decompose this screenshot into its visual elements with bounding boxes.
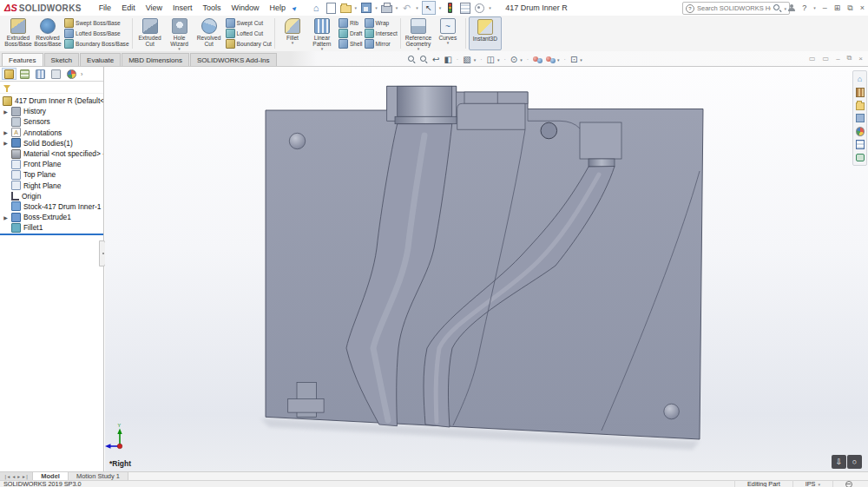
tab-propertymanager[interactable] bbox=[17, 68, 32, 80]
apply-scene-caret[interactable]: ▾ bbox=[557, 57, 560, 63]
instant3d-button[interactable]: Instant3D bbox=[469, 16, 502, 50]
lofted-cut-button[interactable]: Lofted Cut bbox=[226, 29, 272, 38]
help-dropdown-caret[interactable]: ▾ bbox=[813, 5, 816, 10]
fillet-button[interactable]: Fillet ▾ bbox=[278, 16, 307, 50]
search-box[interactable]: ? Search SOLIDWORKS Help ▾ bbox=[682, 2, 790, 15]
hole-wizard-button[interactable]: Hole Wizard ▾ bbox=[165, 16, 194, 50]
edit-appearance-button[interactable] bbox=[533, 56, 542, 63]
extruded-boss-base-button[interactable]: Extruded Boss/Base bbox=[3, 16, 33, 50]
wrap-button[interactable]: Wrap bbox=[365, 18, 398, 28]
design-library-icon[interactable] bbox=[856, 88, 865, 96]
menu-insert[interactable]: Insert bbox=[168, 0, 198, 16]
tree-item-sensors[interactable]: Sensors bbox=[0, 116, 103, 127]
menu-tools[interactable]: Tools bbox=[198, 0, 227, 16]
intersect-button[interactable]: Intersect bbox=[365, 29, 398, 38]
tab-motion-study-1[interactable]: Motion Study 1 bbox=[69, 472, 128, 480]
model-cross-boss-horizontal[interactable] bbox=[288, 399, 324, 413]
tree-filter-row[interactable] bbox=[0, 82, 103, 94]
tab-evaluate[interactable]: Evaluate bbox=[80, 53, 121, 66]
scroll-last-icon[interactable]: ▸❘ bbox=[23, 474, 29, 479]
section-view-button[interactable]: ◧ bbox=[444, 55, 451, 64]
revolved-cut-button[interactable]: Revolved Cut bbox=[194, 16, 224, 50]
tree-item-fillet1[interactable]: Fillet1 bbox=[0, 222, 103, 233]
view-orientation-button[interactable]: ▧ bbox=[463, 55, 470, 64]
close-button[interactable]: × bbox=[860, 3, 865, 12]
apply-scene-button[interactable] bbox=[546, 56, 555, 63]
model-plate-face[interactable] bbox=[266, 86, 703, 439]
extruded-cut-button[interactable]: Extruded Cut bbox=[135, 16, 165, 50]
open-dropdown-caret[interactable]: ▾ bbox=[355, 5, 358, 10]
display-style-button[interactable]: ◫ bbox=[487, 55, 495, 64]
tab-model[interactable]: Model bbox=[33, 472, 69, 480]
undo-dropdown-caret[interactable]: ▾ bbox=[416, 5, 418, 10]
menu-view[interactable]: View bbox=[141, 0, 168, 16]
boundary-cut-button[interactable]: Boundary Cut bbox=[226, 39, 272, 49]
restore-button[interactable]: ⧉ bbox=[847, 3, 852, 13]
search-input[interactable]: Search SOLIDWORKS Help bbox=[697, 4, 771, 12]
status-units-selector[interactable]: IPS▾ bbox=[792, 480, 832, 487]
view-settings-caret[interactable]: ▾ bbox=[580, 57, 582, 63]
tree-item-top-plane[interactable]: Top Plane bbox=[0, 169, 103, 180]
linear-pattern-button[interactable]: Linear Pattern ▾ bbox=[307, 16, 337, 50]
menu-window[interactable]: Window bbox=[227, 0, 265, 16]
model-hole[interactable] bbox=[541, 122, 557, 139]
tree-item-solid-bodies[interactable]: ▶Solid Bodies(1) bbox=[0, 138, 103, 148]
tree-item-front-plane[interactable]: Front Plane bbox=[0, 159, 103, 169]
pin-menu-icon[interactable]: ▸ bbox=[290, 3, 299, 12]
file-properties-button[interactable] bbox=[459, 3, 470, 14]
undo-button[interactable]: ↶ bbox=[401, 3, 412, 14]
hide-show-items-button[interactable]: ⊙ bbox=[510, 55, 517, 64]
rollback-bar[interactable] bbox=[0, 234, 103, 235]
doc-close-button[interactable]: × bbox=[858, 55, 863, 63]
model-raised-pad[interactable] bbox=[457, 103, 525, 129]
print-button[interactable] bbox=[381, 3, 392, 14]
file-explorer-icon[interactable] bbox=[856, 101, 865, 109]
mirror-button[interactable]: Mirror bbox=[365, 39, 398, 49]
model-dome-bottom-right[interactable] bbox=[664, 404, 680, 419]
help-button[interactable]: ? bbox=[802, 3, 806, 12]
print-dropdown-caret[interactable]: ▾ bbox=[396, 5, 398, 10]
view-orientation-caret[interactable]: ▾ bbox=[474, 57, 477, 63]
curves-dropdown-caret[interactable]: ▾ bbox=[447, 41, 450, 45]
curves-button[interactable]: ~ Curves ▾ bbox=[433, 16, 463, 50]
rib-button[interactable]: Rib bbox=[339, 18, 363, 28]
revolved-boss-base-button[interactable]: Revolved Boss/Base bbox=[33, 16, 62, 50]
tab-configurationmanager[interactable] bbox=[33, 68, 48, 80]
tab-mbd-dimensions[interactable]: MBD Dimensions bbox=[122, 53, 189, 66]
appearances-scenes-icon[interactable] bbox=[856, 127, 865, 135]
tree-item-origin[interactable]: Origin bbox=[0, 191, 103, 201]
tree-item-boss-extrude1[interactable]: ▶Boss-Extrude1 bbox=[0, 212, 103, 222]
swept-cut-button[interactable]: Swept Cut bbox=[226, 18, 272, 28]
expand-arrow-icon[interactable]: ▶ bbox=[3, 140, 9, 146]
expand-arrow-icon[interactable]: ▶ bbox=[3, 109, 9, 115]
draft-button[interactable]: Draft bbox=[339, 29, 363, 38]
lofted-boss-base-button[interactable]: Lofted Boss/Base bbox=[64, 29, 129, 38]
custom-properties-icon[interactable] bbox=[856, 140, 865, 148]
new-document-button[interactable] bbox=[326, 3, 337, 14]
boundary-boss-base-button[interactable]: Boundary Boss/Base bbox=[64, 39, 129, 49]
save-dropdown-caret[interactable]: ▾ bbox=[375, 5, 378, 10]
doc-window-icon[interactable]: ▭ bbox=[809, 55, 816, 63]
rebuild-button[interactable] bbox=[444, 3, 456, 14]
hide-show-items-caret[interactable]: ▾ bbox=[520, 57, 523, 63]
scroll-first-icon[interactable]: ❘◂ bbox=[3, 474, 10, 479]
maximize-button[interactable]: ⊞ bbox=[834, 3, 841, 12]
model-step-bar[interactable] bbox=[464, 92, 528, 103]
graphics-viewport[interactable]: Y *Right ⇩ ○ ⌂ bbox=[105, 67, 868, 471]
open-button[interactable] bbox=[340, 3, 352, 14]
tree-item-annotations[interactable]: ▶AAnnotations bbox=[0, 128, 103, 138]
tab-dimxpertmanager[interactable] bbox=[49, 68, 63, 80]
tree-item-history[interactable]: ▶History bbox=[0, 106, 103, 116]
zoom-to-area-button[interactable] bbox=[420, 56, 428, 63]
view-palette-icon[interactable] bbox=[856, 114, 865, 122]
status-tags[interactable] bbox=[832, 481, 865, 487]
expand-arrow-icon[interactable]: ▶ bbox=[3, 129, 9, 135]
overlay-circle-button[interactable]: ○ bbox=[847, 455, 862, 469]
select-button[interactable]: ↖ bbox=[422, 1, 436, 15]
tree-item-material[interactable]: Material <not specified> -> bbox=[0, 148, 103, 159]
solidworks-resources-icon[interactable]: ⌂ bbox=[856, 75, 865, 83]
options-dropdown-caret[interactable]: ▾ bbox=[489, 5, 491, 10]
home-button[interactable]: ⌂ bbox=[311, 3, 322, 14]
overlay-arrow-button[interactable]: ⇩ bbox=[832, 455, 846, 469]
panel-tabs-overflow-chevron[interactable]: › bbox=[81, 71, 82, 77]
